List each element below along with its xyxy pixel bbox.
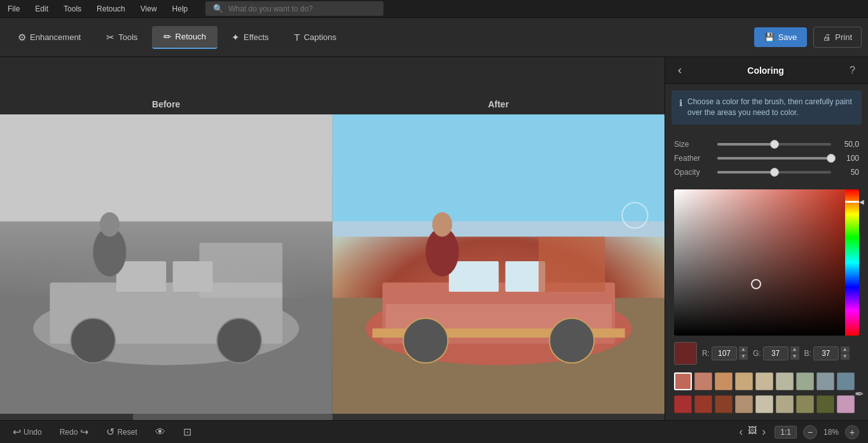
r-up[interactable]: ▲ (739, 346, 748, 353)
g-down[interactable]: ▼ (790, 353, 799, 360)
swatch-2-3[interactable] (715, 395, 733, 413)
before-image-panel (0, 114, 333, 420)
palette-row-1 (674, 372, 855, 390)
swatch-1-7[interactable] (796, 372, 814, 390)
tab-enhancement[interactable]: ⚙ Enhancement (6, 27, 92, 48)
info-icon: ℹ (679, 97, 682, 110)
palette-row-2 (674, 395, 855, 413)
tab-retouch[interactable]: ✏ Retouch (152, 26, 217, 49)
main-area: Before After (0, 57, 868, 420)
swatch-1-4[interactable] (735, 372, 753, 390)
gradient-cursor (751, 279, 761, 289)
swatch-2-9[interactable] (837, 395, 855, 413)
tab-captions[interactable]: T Captions (283, 27, 348, 48)
svg-rect-12 (333, 221, 665, 236)
feather-slider-thumb[interactable] (827, 154, 836, 163)
opacity-slider-fill (717, 171, 775, 174)
next-image-button[interactable]: › (759, 425, 768, 439)
menu-file[interactable]: File (5, 3, 22, 15)
canvas-area[interactable]: Before After (0, 57, 665, 420)
captions-icon: T (294, 32, 300, 43)
tab-effects[interactable]: ✦ Effects (220, 27, 280, 48)
swatch-1-8[interactable] (816, 372, 834, 390)
opacity-slider-track[interactable] (717, 171, 831, 174)
feather-slider-track[interactable] (717, 157, 831, 160)
print-label: Print (835, 32, 852, 42)
r-input[interactable] (712, 346, 737, 360)
r-down[interactable]: ▼ (739, 353, 748, 360)
print-button[interactable]: 🖨 Print (813, 27, 862, 48)
info-text: Choose a color for the brush, then caref… (687, 97, 854, 118)
scroll-handle[interactable] (133, 414, 333, 420)
swatch-2-1[interactable] (674, 395, 692, 413)
compare-button[interactable]: ⊡ (179, 423, 195, 440)
swatch-1-3[interactable] (715, 372, 733, 390)
r-label: R: (702, 349, 710, 358)
swatch-1-2[interactable] (694, 372, 712, 390)
menu-help[interactable]: Help (170, 3, 191, 15)
opacity-slider-thumb[interactable] (770, 168, 779, 177)
feather-slider-row: Feather 100 (674, 154, 859, 163)
opacity-value: 50 (836, 168, 859, 177)
redo-button[interactable]: Redo ↪ (56, 423, 93, 440)
zoom-out-button[interactable]: − (803, 425, 817, 439)
tab-tools-label: Tools (118, 32, 137, 42)
size-label: Size (674, 140, 712, 149)
b-input[interactable] (813, 346, 839, 360)
enhancement-icon: ⚙ (18, 32, 26, 43)
menu-tools[interactable]: Tools (61, 3, 84, 15)
swatch-1-6[interactable] (776, 372, 794, 390)
swatch-2-6[interactable] (776, 395, 794, 413)
svg-point-20 (403, 318, 448, 363)
feather-slider-fill (717, 157, 831, 160)
g-up[interactable]: ▲ (790, 346, 799, 353)
svg-point-6 (71, 318, 115, 363)
swatch-2-5[interactable] (755, 395, 773, 413)
size-value: 50,0 (836, 140, 859, 149)
save-button[interactable]: 💾 Save (754, 27, 808, 47)
swatch-2-2[interactable] (694, 395, 712, 413)
size-slider-fill (717, 143, 775, 146)
b-up[interactable]: ▲ (841, 346, 850, 353)
b-down[interactable]: ▼ (841, 353, 850, 360)
svg-point-9 (100, 212, 120, 236)
swatch-1-5[interactable] (755, 372, 773, 390)
panel-help-button[interactable]: ? (844, 64, 860, 78)
ratio-button[interactable]: 1:1 (775, 426, 797, 439)
menu-retouch[interactable]: Retouch (94, 3, 128, 15)
swatch-2-8[interactable] (816, 395, 834, 413)
menu-view[interactable]: View (138, 3, 160, 15)
color-gradient-wrapper: ◀ (674, 189, 859, 336)
tab-tools[interactable]: ✂ Tools (95, 27, 149, 48)
hue-arrow: ◀ (859, 198, 864, 205)
hue-strip[interactable]: ◀ (845, 189, 859, 336)
r-spinners: ▲ ▼ (739, 346, 748, 360)
size-slider-thumb[interactable] (770, 140, 779, 149)
eyedropper-button[interactable]: ✒ (855, 387, 864, 401)
sliders-section: Size 50,0 Feather 100 Opacity (665, 131, 868, 186)
canvas-scrollbar[interactable] (0, 414, 665, 420)
eye-icon: 👁 (155, 426, 165, 438)
swatch-1-9[interactable] (837, 372, 855, 390)
search-input[interactable] (228, 4, 378, 13)
color-gradient[interactable] (674, 189, 845, 336)
retouch-icon: ✏ (163, 31, 172, 43)
undo-button[interactable]: ↩ Undo (9, 423, 46, 440)
svg-rect-10 (200, 243, 283, 298)
size-slider-track[interactable] (717, 143, 831, 146)
reset-button[interactable]: ↺ Reset (102, 423, 141, 440)
svg-rect-4 (116, 261, 166, 292)
swatch-1-1[interactable] (674, 372, 692, 390)
prev-image-button[interactable]: ‹ (736, 425, 745, 439)
save-icon: 💾 (764, 32, 775, 42)
show-original-button[interactable]: 👁 (151, 424, 169, 440)
color-swatch[interactable] (674, 342, 697, 365)
panel-back-button[interactable]: ‹ (673, 62, 687, 78)
menu-edit[interactable]: Edit (32, 3, 51, 15)
zoom-in-button[interactable]: + (845, 425, 859, 439)
g-input[interactable] (763, 346, 789, 360)
swatch-2-7[interactable] (796, 395, 814, 413)
tools-icon: ✂ (106, 32, 114, 43)
swatch-2-4[interactable] (735, 395, 753, 413)
g-group: G: ▲ ▼ (753, 346, 799, 360)
